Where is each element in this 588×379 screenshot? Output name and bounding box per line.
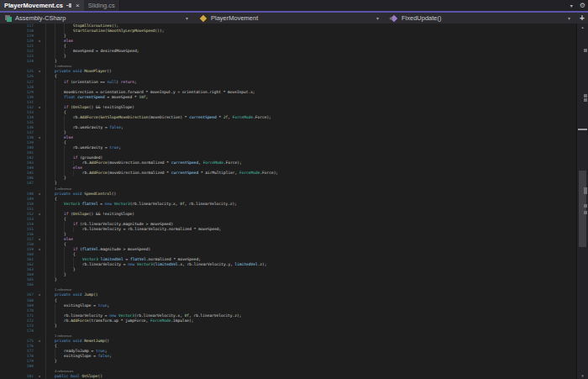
- tab-label: Sliding.cs: [88, 2, 115, 9]
- code-token: else: [73, 166, 82, 170]
- code-token: StopAllCoroutines: [73, 24, 112, 28]
- close-icon[interactable]: ×: [76, 3, 80, 8]
- tab-sliding[interactable]: Sliding.cs: [84, 0, 120, 11]
- code-token: }: [64, 232, 66, 236]
- code-token: exitingSlope =: [64, 303, 98, 308]
- code-token: (moveDirection) *: [148, 115, 189, 119]
- code-token: ResetJump: [84, 339, 104, 343]
- gear-icon[interactable]: ⚙: [580, 3, 585, 9]
- code-token: moveDirection = orientation.forward * mo…: [64, 90, 255, 94]
- code-token: ;: [121, 125, 123, 129]
- code-token: 10f: [139, 95, 145, 99]
- chevron-down-icon[interactable]: ▾: [568, 15, 576, 21]
- code-token: {: [64, 44, 66, 48]
- split-add-icon[interactable]: +: [576, 13, 588, 24]
- code-token: Jump: [84, 292, 93, 297]
- scroll-down-icon[interactable]: ▾: [577, 372, 588, 379]
- code-token: =: [98, 202, 105, 206]
- code-token: (transform.up * jumpForce,: [89, 318, 150, 323]
- code-token: {: [73, 252, 76, 256]
- code-token: if: [73, 247, 80, 251]
- code-token: Vector3: [137, 262, 153, 266]
- tab-label: PlayerMovement.cs: [4, 2, 63, 9]
- scrollbar-mark: [584, 204, 587, 208]
- code-token: (): [97, 374, 102, 378]
- code-token: float: [64, 95, 77, 99]
- chevron-down-icon[interactable]: ▾: [376, 15, 385, 21]
- code-line[interactable]: 181∨public bool OnSlope(): [0, 374, 576, 379]
- code-token: {: [64, 217, 66, 221]
- code-token: {: [55, 74, 57, 78]
- code-token: ForceMode: [233, 115, 253, 119]
- code-token: (): [93, 292, 97, 297]
- code-token: (orientation ==: [71, 80, 107, 84]
- chevron-down-icon[interactable]: ▾: [186, 15, 194, 21]
- code-token: }: [55, 59, 57, 63]
- code-token: }: [64, 54, 66, 58]
- code-token: }: [55, 277, 57, 282]
- code-token: Vector3: [114, 202, 130, 206]
- code-token: = moveSpeed *: [105, 95, 139, 99]
- code-token: readyToJump =: [64, 349, 96, 353]
- code-token: if: [64, 212, 71, 216]
- private-method-icon: [391, 14, 397, 21]
- code-token: ;: [109, 354, 112, 358]
- codelens-references[interactable]: 1 reference: [55, 187, 71, 191]
- code-token: .z);: [258, 262, 267, 266]
- code-token: }: [73, 267, 76, 271]
- code-token: ());: [155, 29, 165, 33]
- code-token: (): [112, 192, 116, 196]
- code-text[interactable]: public bool OnSlope(): [45, 374, 576, 379]
- code-token: if: [73, 222, 80, 226]
- codelens-references[interactable]: 1 reference: [55, 287, 71, 292]
- vertical-scrollbar[interactable]: ▴ ▾: [576, 24, 588, 379]
- fold-chevron-icon[interactable]: ∨: [34, 374, 45, 379]
- pin-icon[interactable]: [66, 3, 72, 8]
- tab-list-chevron-icon[interactable]: ▾: [570, 3, 573, 8]
- code-token: OnSlope: [73, 212, 89, 216]
- code-token: .Impulse);: [171, 318, 193, 323]
- code-token: currentSpeed: [171, 171, 199, 175]
- code-token: Vector3: [118, 313, 134, 318]
- code-token: rb.linearVelocity =: [82, 262, 128, 266]
- code-token: .x, rb.linearVelocity.y,: [178, 262, 235, 266]
- code-token: exitingSlope =: [64, 354, 98, 358]
- code-token: if: [73, 155, 80, 160]
- code-token: limitedVel: [101, 257, 123, 261]
- codelens-references[interactable]: 1 reference: [55, 334, 71, 338]
- codelens-references[interactable]: 4 references: [55, 369, 73, 373]
- tab-playermovement[interactable]: PlayerMovement.cs ×: [0, 0, 84, 11]
- member-dropdown-label: FixedUpdate(): [402, 14, 442, 22]
- type-dropdown-label: PlayerMovement: [211, 14, 258, 22]
- scroll-up-icon[interactable]: ▴: [577, 24, 588, 30]
- type-dropdown[interactable]: PlayerMovement ▾: [194, 13, 385, 24]
- code-token: if: [64, 105, 71, 109]
- code-token: (moveDirection.normalized *: [108, 161, 171, 165]
- code-token: AddForce: [89, 171, 108, 175]
- code-token: rb.useGravity =: [73, 145, 109, 150]
- code-token: (): [107, 69, 111, 73]
- code-token: }: [55, 359, 57, 363]
- code-token: {: [55, 298, 57, 303]
- project-dropdown[interactable]: Assembly-CSharp ▾: [0, 13, 194, 24]
- line-number[interactable]: 181: [0, 374, 34, 379]
- codelens-references[interactable]: 1 reference: [55, 64, 71, 68]
- code-token: ForceMode: [203, 161, 223, 165]
- code-token: null: [108, 80, 117, 84]
- code-token: *: [217, 115, 223, 119]
- code-token: , rb.linearVelocity.z);: [185, 202, 237, 206]
- code-token: true: [98, 303, 108, 308]
- code-token: ;: [118, 145, 121, 150]
- code-editor[interactable]: 117StopAllCoroutines();118StartCoroutine…: [0, 24, 576, 379]
- code-token: (moveDirection.normalized *: [108, 171, 171, 175]
- code-token: flatVel: [82, 247, 98, 251]
- scrollbar-thumb[interactable]: [579, 171, 586, 247]
- tab-bar: PlayerMovement.cs × Sliding.cs ▾ ⚙: [0, 0, 588, 11]
- code-token: rb.linearVelocity =: [64, 313, 109, 318]
- code-token: ForceMode: [239, 171, 260, 175]
- code-token: }: [55, 181, 57, 185]
- code-token: * airMultiplier,: [198, 171, 239, 175]
- code-token: (rb.linearVelocity.x,: [130, 202, 181, 206]
- code-token: StartCoroutine: [73, 29, 105, 33]
- member-dropdown[interactable]: FixedUpdate() ▾: [385, 13, 576, 24]
